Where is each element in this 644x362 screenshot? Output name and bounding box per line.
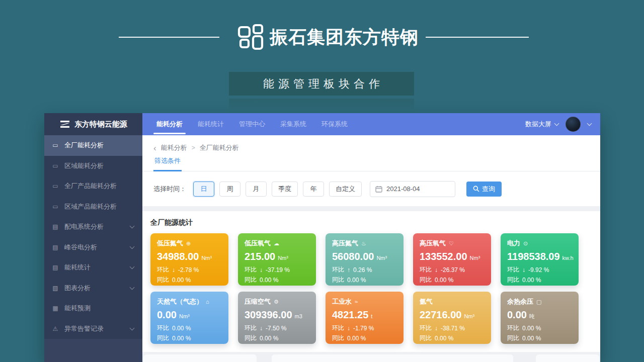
time-range-option[interactable]: 月 [246,182,267,197]
yoy-value: 0.00 % [260,277,278,284]
nav-tab-4[interactable]: 采集系统 [277,113,309,135]
user-menu-chevron-icon[interactable] [587,121,592,126]
time-range-option[interactable]: 年 [303,182,324,197]
nav-tab-3[interactable]: 管理中心 [236,113,268,135]
card-unit: Nm³ [470,255,480,261]
energy-stats-panel: 全厂能源统计 低压氮气 ⊕ 34988.00 Nm³ 环比 ↓ -2.78 % … [142,211,600,352]
tab-filter-conditions[interactable]: 筛选条件 [153,156,182,171]
mom-row: 环比 ↓ -38.71 % [420,324,485,332]
yoy-label: 同比 [245,276,257,284]
yoy-row: 同比 0.00 % [507,276,572,284]
chevron-down-icon [130,264,135,269]
yoy-value: 0.00 % [522,335,541,342]
upcoming-section-hint [143,354,257,362]
energy-card: 低压氧气 ☁ 215.00 Nm³ 环比 ↓ -37.19 % 同比 0.00 … [238,233,316,286]
card-title: 电力 [507,239,520,248]
compressed-air-icon: ⚙ [274,299,279,305]
mom-value: 0.26 % [353,266,372,274]
chevron-down-icon [130,285,135,290]
list-icon: ▤ [51,244,59,251]
sidebar-item-2[interactable]: ▭ 区域能耗分析 [44,156,142,176]
section-banner: 能源管理板块合作 [229,72,414,96]
card-value-row: 4821.25 t [332,309,397,320]
data-screen-link[interactable]: 数据大屏 [525,120,558,129]
stats-section-title: 全厂能源统计 [150,218,592,227]
card-header: 电力 ⊙ [507,239,572,248]
breadcrumb-item-parent[interactable]: 能耗分析 [161,143,187,152]
breadcrumb-band: ‹ 能耗分析 > 全厂能耗分析 筛选条件 [142,135,600,171]
mom-row: 环比 ↑ 0.26 % [332,265,397,274]
sidebar-item-6[interactable]: ▤ 峰谷电分析 [44,237,142,258]
back-arrow-icon[interactable]: ‹ [153,145,156,151]
mom-label: 环比 [420,324,432,332]
nav-tab-2[interactable]: 能耗统计 [195,113,227,135]
sidebar-item-5[interactable]: ▤ 配电系统分析 [44,217,142,237]
date-picker-input[interactable]: 2021-08-04 [370,181,455,197]
sidebar-item-label: 能耗统计 [64,263,125,272]
sidebar-footer [44,339,142,362]
cards-row-2: 天然气（气态） ⌂ 0.00 Nm³ 环比 0.00 % 同比 0.00 % 压… [150,292,592,344]
list-icon: ▤ [51,264,59,271]
card-unit: kw.h [562,255,574,261]
card-unit: m3 [295,313,302,319]
breadcrumb: ‹ 能耗分析 > 全厂能耗分析 [142,135,600,152]
oxygen-icon: ♡ [449,240,454,247]
yoy-value: 0.00 % [435,335,453,342]
oxygen-icon: ☁ [274,240,279,247]
list-icon: ▤ [51,223,59,230]
yoy-value: 0.00 % [347,335,366,342]
card-value: 22716.00 [420,309,461,320]
sidebar-item-label: 能耗预测 [64,304,125,313]
sidebar-item-7[interactable]: ▤ 能耗统计 [44,257,142,278]
sidebar-item-10[interactable]: ⚠ 异常告警记录 [44,319,142,339]
yoy-row: 同比 0.00 % [157,334,222,342]
user-avatar[interactable] [566,117,581,132]
time-range-option[interactable]: 日 [193,182,214,197]
sidebar-item-9[interactable]: ▦ 能耗预测 [44,298,142,319]
energy-card: 电力 ⊙ 1198538.09 kw.h 环比 ↓ -9.92 % 同比 0.0… [501,233,579,286]
time-select-label: 选择时间： [153,185,186,194]
time-range-option[interactable]: 季度 [272,182,298,197]
banner-reflection [229,99,414,112]
time-range-option[interactable]: 周 [219,182,240,197]
nav-tab-1[interactable]: 能耗分析 [153,113,186,135]
page-title: 振石集团东方特钢 [270,25,419,50]
sidebar-menu: ▭ 全厂能耗分析 ▭ 区域能耗分析 ▭ 全厂产品能耗分析 ▭ 区域产品能耗分析 … [44,135,142,339]
cards-row-1: 低压氮气 ⊕ 34988.00 Nm³ 环比 ↓ -2.78 % 同比 0.00… [150,233,592,286]
nav-tab-5[interactable]: 环保系统 [318,113,351,135]
card-value-row: 0.00 Nm³ [157,309,222,320]
card-value: 34988.00 [157,251,199,262]
sidebar-item-4[interactable]: ▭ 区域产品能耗分析 [44,197,142,217]
energy-card: 高压氧气 ♡ 133552.00 Nm³ 环比 ↓ -26.37 % 同比 0.… [413,233,491,286]
mom-value: -1.79 % [353,325,374,332]
mom-row: 环比 ↓ -37.19 % [245,265,309,274]
mom-value: 0.00 % [522,325,541,332]
mom-label: 环比 [245,265,257,274]
nav-tab-list: 能耗分析能耗统计管理中心采集系统环保系统 [142,113,351,135]
card-value-row: 22716.00 Nm³ [420,309,485,320]
card-header: 余热余压 ▢ [507,297,572,306]
sidebar-item-label: 异常告警记录 [64,324,125,333]
card-value: 1198538.09 [507,251,560,262]
mom-value: -2.78 % [178,266,199,274]
breadcrumb-separator: > [192,144,195,151]
app-logo-text: 东方特钢云能源 [74,120,127,129]
query-button[interactable]: 查询 [466,182,502,197]
sidebar-item-8[interactable]: ▧ 图表分析 [44,278,142,299]
sidebar-item-3[interactable]: ▭ 全厂产品能耗分析 [44,176,142,197]
monitor-icon: ▭ [51,183,59,190]
mom-value: -26.37 % [441,266,465,274]
card-header: 压缩空气 ⚙ [245,297,309,306]
mom-value: 0.00 % [172,325,191,332]
card-unit: Nm³ [179,313,190,319]
yoy-row: 同比 0.00 % [420,276,485,284]
query-button-label: 查询 [482,185,495,194]
chevron-down-icon [130,224,135,229]
navbar-right: 数据大屏 [525,117,600,132]
upcoming-section-hint [272,354,513,362]
sidebar-item-1[interactable]: ▭ 全厂能耗分析 [44,135,142,156]
yoy-row: 同比 0.00 % [332,334,397,342]
time-range-option[interactable]: 自定义 [329,182,362,197]
chevron-down-icon [554,121,559,126]
card-value-row: 215.00 Nm³ [245,251,309,262]
